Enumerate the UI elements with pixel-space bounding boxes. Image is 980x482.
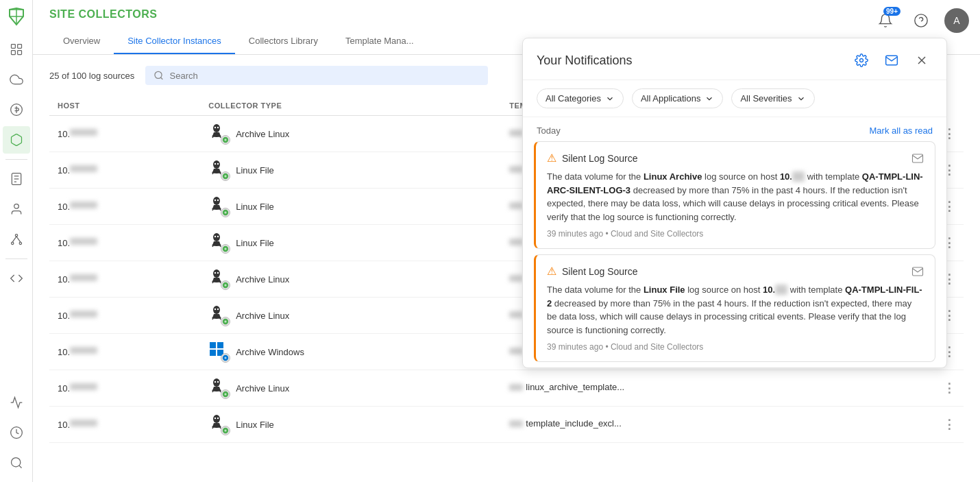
sidebar-item-user[interactable]	[3, 195, 30, 223]
notif-email-button[interactable]	[881, 49, 903, 71]
tab-site-collector-instances[interactable]: Site Collector Instances	[114, 29, 235, 54]
cell-host: 10.	[49, 116, 200, 152]
sidebar-item-cloud[interactable]	[3, 66, 30, 93]
cell-host: 10.	[49, 370, 200, 407]
sidebar-item-document[interactable]	[3, 165, 30, 193]
collector-icon	[208, 268, 230, 290]
close-icon	[915, 53, 929, 67]
cell-host: 10.	[49, 334, 200, 370]
collector-type-name: Archive Linux	[236, 383, 289, 394]
svg-point-27	[215, 163, 216, 165]
cell-collector-type: Archive Linux	[200, 116, 501, 152]
sidebar-item-box[interactable]	[3, 126, 30, 154]
svg-point-18	[155, 71, 162, 78]
tab-overview[interactable]: Overview	[49, 29, 114, 54]
svg-point-75	[860, 59, 863, 62]
notifications-panel: Your Notifications	[522, 38, 947, 368]
sidebar-item-activity[interactable]	[3, 389, 30, 416]
notifications-header: Your Notifications	[523, 38, 946, 80]
notif-settings-button[interactable]	[850, 49, 872, 71]
svg-point-20	[213, 124, 220, 132]
cell-collector-type: Linux File	[200, 225, 501, 261]
top-right-actions: 99+ A	[873, 8, 969, 33]
notif-card-footer: 39 minutes ago • Cloud and Site Collecto…	[547, 342, 924, 352]
cell-collector-type: Linux File	[200, 189, 501, 225]
svg-rect-2	[11, 51, 15, 55]
app-logo[interactable]	[5, 5, 27, 27]
notification-card: ⚠ Silent Log Source The data volume for …	[534, 141, 935, 249]
svg-point-50	[213, 306, 220, 314]
cell-template: template_include_excl...	[501, 407, 935, 443]
sidebar-item-dollar[interactable]	[3, 96, 30, 123]
svg-point-22	[217, 127, 219, 128]
col-collector-type: COLLECTOR TYPE	[200, 96, 501, 116]
svg-point-28	[217, 163, 219, 165]
sidebar-item-code[interactable]	[3, 265, 30, 292]
chevron-down-icon	[705, 94, 714, 104]
filter-all-categories[interactable]: All Categories	[537, 88, 624, 108]
tab-collectors-library[interactable]: Collectors Library	[235, 29, 332, 54]
filter-all-severities[interactable]: All Severities	[731, 88, 814, 108]
avatar[interactable]: A	[944, 8, 969, 33]
notifications-button[interactable]: 99+	[873, 8, 898, 33]
notif-card-title: ⚠ Silent Log Source	[547, 152, 638, 165]
sidebar-item-home[interactable]	[3, 36, 30, 63]
notification-badge: 99+	[883, 7, 901, 16]
notif-title-text: Silent Log Source	[562, 266, 638, 277]
search-box[interactable]	[145, 66, 488, 85]
notif-card-header: ⚠ Silent Log Source	[547, 152, 924, 165]
collector-icon	[208, 159, 230, 181]
help-button[interactable]	[909, 8, 933, 33]
notif-mark-read-button[interactable]	[911, 152, 924, 165]
notifications-filters: All Categories All Applications All Seve…	[523, 80, 946, 117]
search-icon	[154, 70, 164, 81]
warning-icon: ⚠	[547, 265, 556, 278]
cell-actions: ⋮	[935, 370, 964, 407]
cell-collector-type: Linux File	[200, 152, 501, 189]
svg-point-10	[15, 234, 17, 237]
tab-template-management[interactable]: Template Mana...	[332, 29, 428, 54]
connector-icon	[222, 282, 229, 289]
notif-close-button[interactable]	[911, 49, 933, 71]
notif-mark-read-button[interactable]	[911, 265, 924, 278]
sidebar-item-search[interactable]	[3, 449, 30, 477]
search-input[interactable]	[170, 71, 480, 81]
svg-point-62	[215, 381, 216, 383]
cell-collector-type: Linux File	[200, 407, 501, 443]
svg-point-33	[215, 200, 216, 201]
cell-host: 10.	[49, 407, 200, 443]
mark-all-read-button[interactable]: Mark all as read	[870, 125, 933, 136]
table-row: 10.	[49, 407, 964, 443]
svg-rect-3	[17, 51, 21, 55]
overlay-icon	[221, 280, 230, 290]
notifications-body: Today Mark all as read ⚠ Silent Log Sour…	[523, 117, 946, 367]
svg-point-21	[215, 127, 216, 128]
cell-host: 10.	[49, 298, 200, 334]
overlay-icon	[221, 426, 230, 435]
notif-section-title: Today	[537, 125, 561, 136]
log-sources-count: 25 of 100 log sources	[49, 71, 134, 81]
svg-rect-58	[210, 350, 216, 356]
svg-rect-1	[17, 45, 21, 49]
collector-type-name: Linux File	[236, 238, 274, 248]
row-actions-button[interactable]: ⋮	[943, 381, 955, 395]
sidebar-divider-2	[5, 258, 27, 259]
row-actions-button[interactable]: ⋮	[943, 418, 955, 431]
collector-icon	[208, 341, 230, 363]
cell-collector-type: Archive Linux	[200, 370, 501, 407]
notif-card-body: The data volume for the Linux File log s…	[547, 283, 924, 337]
svg-point-40	[217, 236, 219, 237]
filter-label: All Applications	[641, 93, 700, 104]
sidebar-item-clock[interactable]	[3, 419, 30, 446]
connector-icon	[222, 427, 229, 434]
collector-type-name: Archive Windows	[236, 347, 304, 357]
overlay-icon	[221, 389, 230, 399]
svg-point-34	[217, 200, 219, 201]
collector-type-name: Archive Linux	[236, 311, 289, 321]
collector-type-name: Linux File	[236, 420, 274, 430]
svg-point-69	[217, 418, 219, 419]
filter-all-applications[interactable]: All Applications	[632, 88, 723, 108]
svg-point-44	[213, 269, 220, 278]
overlay-icon	[221, 244, 230, 254]
sidebar-item-network[interactable]	[3, 226, 30, 253]
